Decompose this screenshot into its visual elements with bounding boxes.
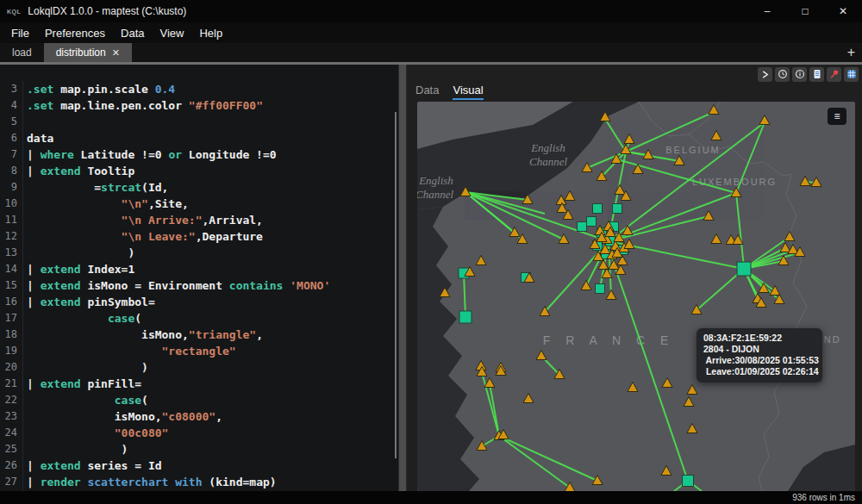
map-menu-button[interactable]: ≡ bbox=[828, 108, 846, 125]
code-text: | render scatterchart with (kind=map) bbox=[23, 474, 277, 490]
tab-close-icon[interactable]: ✕ bbox=[112, 47, 120, 59]
map-label: English bbox=[418, 174, 453, 187]
line-number: 15 bbox=[0, 277, 23, 294]
map-label: F R A N C E bbox=[543, 333, 674, 347]
map-marker-square[interactable] bbox=[459, 311, 472, 323]
menu-item-data[interactable]: Data bbox=[113, 27, 152, 40]
tab-label: distribution bbox=[56, 47, 106, 59]
map-canvas[interactable]: EnglishChannelEnglishChannelBELGIUMLUXEM… bbox=[417, 102, 855, 491]
menu-item-view[interactable]: View bbox=[153, 27, 192, 40]
menu-item-file[interactable]: File bbox=[3, 27, 37, 40]
code-line: 8| extend Tooltip bbox=[0, 163, 398, 179]
menu-item-preferences[interactable]: Preferences bbox=[37, 27, 113, 40]
line-number: 10 bbox=[0, 196, 23, 212]
code-text: isMono,"c08000", bbox=[23, 408, 222, 425]
code-text: =strcat(Id, bbox=[23, 179, 168, 196]
tab-label: load bbox=[12, 47, 32, 59]
map-marker-square[interactable] bbox=[683, 476, 694, 487]
code-text: "\n Leave:",Departure bbox=[23, 228, 263, 245]
code-text: "\n Arrive:",Arrival, bbox=[23, 212, 263, 228]
menu-item-help[interactable]: Help bbox=[191, 27, 230, 40]
query-editor[interactable]: 3.set map.pin.scale 0.44.set map.line.pe… bbox=[0, 65, 398, 491]
tab-distribution[interactable]: distribution✕ bbox=[44, 43, 132, 62]
code-line: 3.set map.pin.scale 0.4 bbox=[0, 81, 398, 97]
map-marker-square[interactable] bbox=[593, 204, 603, 214]
line-number: 12 bbox=[0, 228, 23, 245]
toolbar-clock-button[interactable] bbox=[775, 67, 790, 82]
app-logo-icon: KQL bbox=[7, 9, 21, 15]
clock-icon bbox=[778, 67, 788, 83]
tooltip-line: Leave:01/09/2025 02:26:14 bbox=[703, 366, 815, 377]
toolbar-info-button[interactable] bbox=[792, 67, 807, 82]
map-marker-square[interactable] bbox=[587, 217, 597, 227]
tooltip-line: Arrive:30/08/2025 01:55:53 bbox=[703, 355, 815, 366]
menu-bar: FilePreferencesDataViewHelp bbox=[0, 22, 862, 43]
line-number: 24 bbox=[0, 425, 23, 441]
info-icon bbox=[795, 67, 805, 83]
line-number: 20 bbox=[0, 359, 23, 376]
line-number: 21 bbox=[0, 376, 23, 392]
map-label: Channel bbox=[529, 155, 567, 168]
line-number: 7 bbox=[0, 146, 23, 163]
line-number: 8 bbox=[0, 163, 23, 179]
map-container[interactable]: EnglishChannelEnglishChannelBELGIUMLUXEM… bbox=[417, 102, 855, 491]
map-label: Channel bbox=[417, 188, 453, 201]
new-tab-button[interactable]: + bbox=[840, 43, 862, 62]
code-line: 23 isMono,"c08000", bbox=[0, 408, 398, 425]
line-number: 19 bbox=[0, 343, 23, 359]
code-line: 4.set map.line.pen.color "#ff00FF00" bbox=[0, 97, 398, 114]
code-line: 21| extend pinFill= bbox=[0, 376, 398, 392]
code-line: 27| render scatterchart with (kind=map) bbox=[0, 474, 398, 490]
toolbar-table-button[interactable] bbox=[844, 67, 859, 82]
code-text: .set map.pin.scale 0.4 bbox=[23, 81, 175, 97]
tab-load[interactable]: load bbox=[0, 43, 44, 62]
run-icon bbox=[760, 67, 770, 83]
map-marker-square[interactable] bbox=[596, 284, 605, 294]
code-line: 20 ) bbox=[0, 359, 398, 376]
code-line: 17 case( bbox=[0, 310, 398, 327]
code-line: 25 ) bbox=[0, 441, 398, 457]
code-line: 18 isMono,"triangle", bbox=[0, 327, 398, 343]
code-line: 14| extend Index=1 bbox=[0, 261, 398, 277]
code-line: 10 "\n",Site, bbox=[0, 196, 398, 212]
map-tooltip: 08:3A:F2:1E:59:222804 - DIJON Arrive:30/… bbox=[696, 328, 822, 383]
document-icon bbox=[812, 67, 822, 83]
close-button[interactable]: ✕ bbox=[824, 0, 862, 22]
code-text: isMono,"triangle", bbox=[23, 327, 263, 343]
toolbar-pin-button[interactable] bbox=[827, 67, 841, 82]
results-tab-visual[interactable]: Visual bbox=[453, 84, 483, 100]
panel-splitter[interactable] bbox=[398, 65, 407, 491]
editor-scrollbar[interactable] bbox=[395, 112, 397, 458]
code-line: 9 =strcat(Id, bbox=[0, 179, 398, 196]
map-marker-square[interactable] bbox=[737, 262, 751, 276]
line-number: 22 bbox=[0, 392, 23, 408]
line-number: 26 bbox=[0, 457, 23, 474]
minimize-button[interactable]: – bbox=[748, 0, 786, 22]
results-panel: DataVisual EnglishChannelEnglishChannelB… bbox=[407, 65, 862, 491]
row-count-text: 936 rows in 1ms bbox=[792, 493, 855, 502]
toolbar-run-button[interactable] bbox=[758, 67, 772, 82]
code-text: ) bbox=[23, 441, 128, 457]
map-label: English bbox=[530, 141, 565, 154]
code-text: "rectangle" bbox=[23, 343, 236, 359]
map-marker-square[interactable] bbox=[613, 204, 622, 214]
map-label: LUXEMBOURG bbox=[692, 177, 777, 187]
line-number: 5 bbox=[0, 114, 23, 130]
toolbar-document-button[interactable] bbox=[809, 67, 824, 82]
code-text: | extend Tooltip bbox=[23, 163, 134, 179]
line-number: 23 bbox=[0, 408, 23, 425]
code-line: 12 "\n Leave:",Departure bbox=[0, 228, 398, 245]
tooltip-line: 2804 - DIJON bbox=[703, 344, 815, 355]
maximize-button[interactable]: □ bbox=[786, 0, 824, 22]
code-text: ) bbox=[23, 245, 134, 261]
code-text: "00c080" bbox=[23, 425, 168, 441]
results-tab-data[interactable]: Data bbox=[415, 84, 439, 100]
status-bar: 936 rows in 1ms bbox=[0, 491, 862, 504]
code-text: | extend Index=1 bbox=[23, 261, 134, 277]
line-number: 9 bbox=[0, 179, 23, 196]
line-number: 16 bbox=[0, 294, 23, 310]
results-toolbar bbox=[758, 67, 859, 82]
code-text bbox=[23, 114, 27, 130]
tooltip-line: 08:3A:F2:1E:59:22 bbox=[703, 333, 815, 344]
map-marker-square[interactable] bbox=[578, 222, 587, 232]
